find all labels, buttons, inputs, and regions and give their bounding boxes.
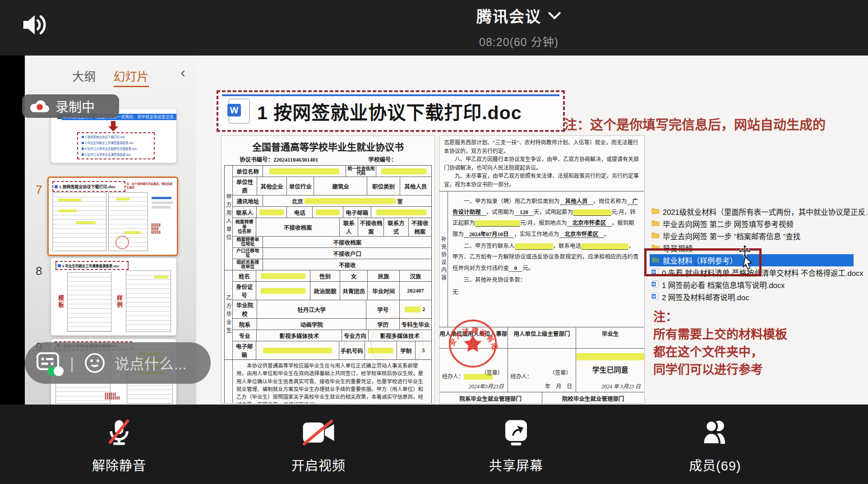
word-icon: W xyxy=(651,280,659,289)
meeting-title: 腾讯会议 xyxy=(476,5,541,27)
form-row: 联系人电话电子邮箱 xyxy=(233,207,431,218)
folder-icon xyxy=(651,232,660,240)
meeting-title-dropdown[interactable]: 腾讯会议 xyxy=(433,5,605,27)
slide-thumb-8: 3 毕业生列就业工作满意度调查表.doc 模板 样例 xyxy=(51,258,176,335)
sig-header-supervisor: 用人单位上级主管部门 xyxy=(508,327,577,349)
form-label: 档案转寄单 位地址 xyxy=(233,237,263,247)
meeting-window: 腾讯会议 08:20(60 分钟) 大纲 幻灯片 ‹ 6 2021级就业材料（里… xyxy=(0,0,868,484)
meeting-timer: 08:20(60 分钟) xyxy=(433,33,605,49)
recording-badge[interactable]: 录制中 xyxy=(22,94,119,118)
mouse-cursor xyxy=(735,244,754,271)
chat-input-bar[interactable]: | 说点什么... xyxy=(25,342,211,384)
form-value-redacted: 北京室 xyxy=(263,195,431,206)
folder-note-line: 注： xyxy=(653,308,787,326)
clause-paragraphs-top: 志愿服务西部计划、“三支一扶”、农村特岗教师计划、入伍等）就业，而无法履行本协议… xyxy=(439,136,644,191)
slide6-file-line: 1 按网签就业协议下载打印.doc xyxy=(82,135,154,139)
file-item: 毕业去向网签 第二步 网签填写参考视频 xyxy=(650,218,862,230)
supplement-paragraphs: 一、甲方拟录（聘）用乙方职位类别为其他人员，岗位名称为广告设计助理，试用期为12… xyxy=(448,191,644,327)
toolbar-button-label: 解除静音 xyxy=(65,455,173,474)
stamp-icon xyxy=(115,236,129,249)
agreement-page-left: 全国普通高等学校毕业生就业协议书 协议书编号：2202411046301401 … xyxy=(221,135,435,404)
toolbar-button-mic-off[interactable]: 解除静音 xyxy=(65,414,173,474)
folder-note: 注：所有需要上交的材料模板都在这个文件夹中，同学们可以进行参考 xyxy=(653,308,787,379)
side-label-party-a: 甲方用人单位 xyxy=(224,166,233,270)
form-value-redacted xyxy=(256,341,339,359)
form-label: 毕业院校 xyxy=(233,300,257,318)
form-label: 电话 xyxy=(287,207,313,218)
form-label: 职位类别 xyxy=(367,177,400,195)
signature-redacted xyxy=(577,353,644,360)
slide-number-7: 7 xyxy=(36,183,42,197)
form-value: 不接收档案 xyxy=(256,218,340,236)
company-seal-icon: 安九达建设有限公司 xyxy=(447,317,499,370)
record-cloud-icon xyxy=(29,98,50,114)
form-row: 单位性质其他企业单位行业建筑业职位类别其他人员 xyxy=(233,177,431,195)
slide7-title-box: 1 按网签就业协议下载打印.doc xyxy=(52,181,125,192)
sig-header-school: 院校毕业生就业管理部门 xyxy=(542,392,645,404)
form-label: 联系方式 xyxy=(384,218,408,236)
folder-icon xyxy=(651,207,660,216)
toolbar-button-camera-off[interactable]: 开启视频 xyxy=(264,414,373,474)
slide8-left-label: 模板 xyxy=(56,295,65,308)
form-label: 联系人 xyxy=(233,207,257,218)
toolbar-button-members[interactable]: 成员(69) xyxy=(661,414,769,474)
form-value-redacted: 2 xyxy=(400,300,431,318)
form-value: 共青团员 xyxy=(340,282,368,300)
signature-table: 安九达建设有限公司 用人单位或用人单位人事部门 用人单位上级主管部门 毕业生 经… xyxy=(439,327,644,404)
form-label: 电子邮箱 xyxy=(233,341,256,359)
file-item-label: 2 网签及材料邮寄说明.doc xyxy=(662,292,749,302)
toolbar-button-label: 开启视频 xyxy=(264,455,373,474)
slide6-file-lines: 1 按网签就业协议下载打印.doc3 毕业生列就业工作满意度调查表.doc4 牡… xyxy=(77,132,155,159)
file-item-label: 2021级就业材料（里面所有表一式两份，其中就业协议是正反... xyxy=(663,206,868,217)
form-label: 专业 xyxy=(233,330,257,341)
slide6-file-line: 5 牡丹江大学毕业生满意调查表.doc xyxy=(82,152,154,157)
word-doc-icon: W xyxy=(228,98,250,124)
form-row: 身份证号政治面貌共青团员毕业时间202407 xyxy=(233,282,431,300)
form-label: 性别 xyxy=(310,270,340,281)
members-icon xyxy=(661,414,769,451)
school-number: 学校编号： xyxy=(368,155,397,163)
form-label: 单位行业 xyxy=(287,177,314,195)
form-row: 通讯地址北京室 xyxy=(233,195,431,207)
bottom-toolbar: 解除静音开启视频共享屏幕成员(69) xyxy=(0,405,868,484)
sig-cell-graduate: 学生已同意 2024 年 3月23 日 xyxy=(576,349,644,392)
form-rows-party-a: 单位名称统一社会信用 代码单位性质其他企业单位行业建筑业职位类别其他人员通讯地址… xyxy=(233,166,432,270)
form-value-redacted xyxy=(256,282,310,300)
subtitle-toggle[interactable] xyxy=(37,352,60,374)
form-label: 民族 xyxy=(368,270,400,281)
slide6-file-line: 4 牡丹江大学毕业生就职情况调查表.doc xyxy=(82,146,154,151)
form-value-redacted xyxy=(256,270,310,281)
toolbar-button-label: 成员(69) xyxy=(661,455,769,474)
speaker-icon[interactable] xyxy=(19,11,47,41)
form-value-redacted xyxy=(376,166,431,177)
form-value: 汉族 xyxy=(400,270,431,281)
slide-thumb-7: 1 按网签就业协议下载打印.doc 注：这个是你填写完信息后，网站自动生成的 ▌… xyxy=(47,177,178,256)
doc-title: 1 按网签就业协议下载打印.doc xyxy=(257,98,522,125)
form-label: 专业方向 xyxy=(342,330,368,341)
file-item: 毕业去向网签 第一步 “档案邮寄信息 “查找 xyxy=(650,230,862,242)
word-doc-icon xyxy=(55,185,58,188)
panel-header: 大纲 幻灯片 ‹ xyxy=(25,56,196,86)
form-row: 档案转寄单 位名称不接收档案联系人不接收档案联系方式不接收档案 xyxy=(233,218,431,237)
recording-badge-label: 录制中 xyxy=(55,97,95,116)
emoji-icon[interactable] xyxy=(84,352,106,374)
toolbar-button-share-screen[interactable]: 共享屏幕 xyxy=(462,414,570,474)
folder-note-line: 所有需要上交的材料模板 xyxy=(653,326,787,344)
form-label: 手机号码 xyxy=(339,341,365,359)
form-row: 组织关系接 收单位不接收 xyxy=(233,259,431,270)
side-label-supplement: 补充协议内容 xyxy=(439,191,448,327)
share-screen-icon xyxy=(462,414,570,451)
form-value-redacted xyxy=(313,207,343,218)
form-value-redacted xyxy=(371,207,431,218)
slide7-note: 注：这个是你填写完信息后，网站自动生成的 xyxy=(126,182,173,189)
side-label-party-b: 乙方毕业生 xyxy=(224,270,233,359)
slide-number-8: 8 xyxy=(36,264,42,278)
toolbar-button-label: 共享屏幕 xyxy=(462,455,570,474)
form-label: 档案转寄单 位名称 xyxy=(233,218,256,236)
form-label: 单位性质 xyxy=(233,177,257,195)
tab-outline: 大纲 xyxy=(72,70,96,86)
form-value: 其他人员 xyxy=(400,177,431,195)
form-label: 组织关系接 收单位 xyxy=(233,259,263,270)
form-value: 不接收户口 xyxy=(263,248,431,259)
doc-title-box: W 1 按网签就业协议下载打印.doc xyxy=(217,90,565,132)
